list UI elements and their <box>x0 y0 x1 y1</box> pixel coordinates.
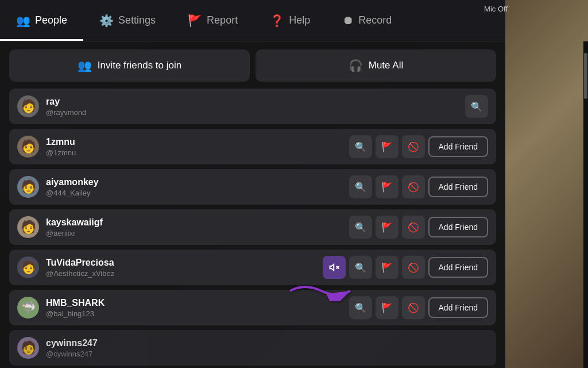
add-friend-tuvida-button[interactable]: Add Friend <box>428 257 488 278</box>
person-name-1zmnu: 1zmnu <box>46 137 342 147</box>
person-info-aiyamonkey: aiyamonkey @444_Kailey <box>46 177 342 197</box>
person-row-aiyamonkey: 🧑 aiyamonkey @444_Kailey 🔍 🚩 🚫 Add Frien… <box>9 169 496 205</box>
person-actions-ray: 🔍 <box>465 95 488 118</box>
mute-all-button[interactable]: 🎧 Mute All <box>256 49 496 82</box>
avatar-hmb-shark: 🦈 <box>17 297 39 319</box>
person-info-cywinns: cywinns247 @cywinns247 <box>46 338 481 358</box>
search-aiyamonkey-button[interactable]: 🔍 <box>349 175 372 198</box>
add-friend-aiyamonkey-button[interactable]: Add Friend <box>428 177 488 197</box>
mute-all-icon: 🎧 <box>349 59 363 72</box>
mute-tuvida-button[interactable] <box>323 256 346 279</box>
search-1zmnu-button[interactable]: 🔍 <box>349 135 372 158</box>
action-row: 👥 Invite friends to join 🎧 Mute All <box>9 49 496 82</box>
tab-report-label: Report <box>207 14 238 26</box>
avatar-ray: 🧑 <box>17 95 39 117</box>
person-row-hmb-shark: 🦈 HMB_SHARK @bai_bing123 🔍 🚩 🚫 Add Frien… <box>9 290 496 325</box>
tab-record-label: Record <box>358 14 392 26</box>
person-actions-kayskawaiigf: 🔍 🚩 🚫 Add Friend <box>349 216 488 239</box>
invite-label: Invite friends to join <box>98 60 181 71</box>
person-handle-1zmnu: @1zmnu <box>46 148 342 157</box>
avatar-tuvida: 🧑 <box>17 256 39 278</box>
person-actions-1zmnu: 🔍 🚩 🚫 Add Friend <box>349 135 488 158</box>
report-tab-icon: 🚩 <box>188 14 202 28</box>
search-kayskawaiigf-button[interactable]: 🔍 <box>349 216 372 239</box>
person-name-aiyamonkey: aiyamonkey <box>46 177 342 187</box>
person-name-cywinns: cywinns247 <box>46 338 481 348</box>
person-handle-ray: @rayvmond <box>46 108 458 117</box>
person-info-1zmnu: 1zmnu @1zmnu <box>46 137 342 157</box>
block-1zmnu-button[interactable]: 🚫 <box>402 135 425 158</box>
tab-help-label: Help <box>289 14 310 26</box>
person-info-tuvida: TuVidaPreciosa @Aestheticz_xVibez <box>46 258 316 278</box>
flag-aiyamonkey-button[interactable]: 🚩 <box>376 175 399 198</box>
person-row-1zmnu: 🧑 1zmnu @1zmnu 🔍 🚩 🚫 Add Friend <box>9 129 496 164</box>
tab-bar: 👥 People ⚙️ Settings 🚩 Report ❓ Help ⏺ R… <box>0 0 505 41</box>
add-friend-1zmnu-button[interactable]: Add Friend <box>428 136 488 157</box>
person-handle-hmb-shark: @bai_bing123 <box>46 309 342 318</box>
person-info-ray: ray @rayvmond <box>46 97 458 117</box>
person-handle-kayskawaiigf: @aeriiixr <box>46 229 342 237</box>
person-row-cywinns: 🧑 cywinns247 @cywinns247 <box>9 330 496 366</box>
flag-tuvida-button[interactable]: 🚩 <box>376 256 399 279</box>
person-info-kayskawaiigf: kayskawaiigf @aeriiixr <box>46 217 342 237</box>
block-hmb-shark-button[interactable]: 🚫 <box>402 296 425 319</box>
help-tab-icon: ❓ <box>270 14 284 28</box>
avatar-aiyamonkey: 🧑 <box>17 176 39 198</box>
add-friend-kayskawaiigf-button[interactable]: Add Friend <box>428 217 488 237</box>
tab-help[interactable]: ❓ Help <box>254 0 326 41</box>
flag-1zmnu-button[interactable]: 🚩 <box>376 135 399 158</box>
scroll-thumb[interactable] <box>584 53 587 99</box>
block-aiyamonkey-button[interactable]: 🚫 <box>402 175 425 198</box>
main-panel: 👥 People ⚙️ Settings 🚩 Report ❓ Help ⏺ R… <box>0 0 505 368</box>
scrollbar[interactable] <box>583 41 588 368</box>
tab-settings-label: Settings <box>118 14 156 26</box>
mic-off-status: Mic Off <box>484 5 508 13</box>
person-handle-aiyamonkey: @444_Kailey <box>46 189 342 197</box>
tab-settings[interactable]: ⚙️ Settings <box>83 0 172 41</box>
person-handle-tuvida: @Aestheticz_xVibez <box>46 269 316 278</box>
person-row-tuvida: 🧑 TuVidaPreciosa @Aestheticz_xVibez 🔍 🚩 … <box>9 250 496 285</box>
person-name-tuvida: TuVidaPreciosa <box>46 258 316 268</box>
tab-report[interactable]: 🚩 Report <box>172 0 254 41</box>
record-tab-icon: ⏺ <box>342 14 354 27</box>
person-handle-cywinns: @cywinns247 <box>46 350 481 358</box>
tab-record[interactable]: ⏺ Record <box>326 0 408 41</box>
block-kayskawaiigf-button[interactable]: 🚫 <box>402 216 425 239</box>
search-ray-button[interactable]: 🔍 <box>465 95 488 118</box>
person-actions-hmb-shark: 🔍 🚩 🚫 Add Friend <box>349 296 488 319</box>
person-actions-tuvida: 🔍 🚩 🚫 Add Friend <box>323 256 488 279</box>
person-name-kayskawaiigf: kayskawaiigf <box>46 217 342 228</box>
content-area: 👥 Invite friends to join 🎧 Mute All 🧑 ra… <box>0 41 505 368</box>
invite-friends-button[interactable]: 👥 Invite friends to join <box>9 49 250 82</box>
people-tab-icon: 👥 <box>16 14 30 28</box>
avatar-kayskawaiigf: 🧑 <box>17 216 39 238</box>
person-actions-aiyamonkey: 🔍 🚩 🚫 Add Friend <box>349 175 488 198</box>
tab-people-label: People <box>35 14 67 26</box>
invite-icon: 👥 <box>78 59 92 72</box>
add-friend-hmb-shark-button[interactable]: Add Friend <box>428 297 488 318</box>
avatar-cywinns: 🧑 <box>17 337 39 359</box>
block-tuvida-button[interactable]: 🚫 <box>402 256 425 279</box>
person-row-kayskawaiigf: 🧑 kayskawaiigf @aeriiixr 🔍 🚩 🚫 Add Frien… <box>9 209 496 245</box>
person-name-ray: ray <box>46 97 458 107</box>
tab-people[interactable]: 👥 People <box>0 0 83 41</box>
flag-hmb-shark-button[interactable]: 🚩 <box>376 296 399 319</box>
arrow-indicator <box>287 281 356 301</box>
search-tuvida-button[interactable]: 🔍 <box>349 256 372 279</box>
flag-kayskawaiigf-button[interactable]: 🚩 <box>376 216 399 239</box>
mute-all-label: Mute All <box>369 60 403 71</box>
avatar-1zmnu: 🧑 <box>17 136 39 158</box>
settings-tab-icon: ⚙️ <box>99 14 114 28</box>
person-row-ray: 🧑 ray @rayvmond 🔍 <box>9 89 496 124</box>
